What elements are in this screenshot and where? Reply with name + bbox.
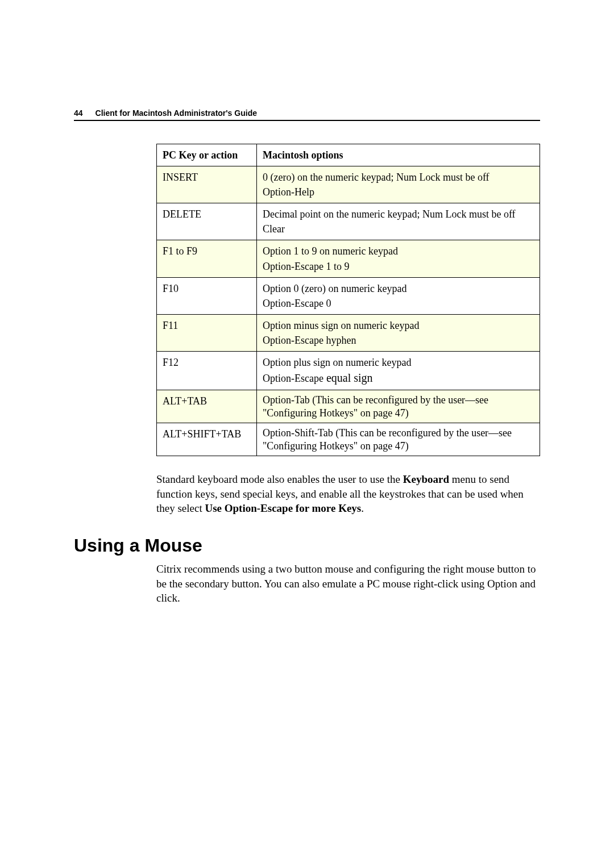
cell-mac-option: Option 1 to 9 on numeric keypad Option-E… [257, 240, 540, 277]
cell-line: Option-Escape 1 to 9 [263, 259, 534, 274]
table-row: F12 Option plus sign on numeric keypad O… [157, 352, 540, 390]
cell-pc-key: F11 [157, 314, 257, 351]
cell-mac-option: Option-Tab (This can be reconfigured by … [257, 390, 540, 423]
table-header-pc-key: PC Key or action [157, 144, 257, 166]
table-row: ALT+SHIFT+TAB Option-Shift-Tab (This can… [157, 423, 540, 456]
cell-pc-key: DELETE [157, 203, 257, 240]
cell-line: 0 (zero) on the numeric keypad; Num Lock… [263, 170, 534, 185]
cell-line: Decimal point on the numeric keypad; Num… [263, 207, 534, 222]
cell-mac-option: Option 0 (zero) on numeric keypad Option… [257, 277, 540, 314]
text-bold: Use Option-Escape for more Keys [205, 502, 361, 514]
cell-line: Option-Escape 0 [263, 296, 534, 311]
cell-pc-key: INSERT [157, 166, 257, 203]
cell-line: Clear [263, 222, 534, 236]
cell-pc-key: F10 [157, 277, 257, 314]
cell-mac-option: Option-Shift-Tab (This can be reconfigur… [257, 423, 540, 456]
cell-text-alt: equal sign [323, 372, 373, 384]
paragraph-mouse: Citrix recommends using a two button mou… [156, 562, 540, 606]
text-bold: Keyboard [403, 473, 449, 485]
header-title: Client for Macintosh Administrator's Gui… [96, 108, 257, 118]
paragraph-keyboard-note: Standard keyboard mode also enables the … [156, 472, 540, 516]
text-run: Standard keyboard mode also enables the … [156, 473, 403, 485]
cell-pc-key: F12 [157, 352, 257, 390]
table-row: DELETE Decimal point on the numeric keyp… [157, 203, 540, 240]
table-row: F10 Option 0 (zero) on numeric keypad Op… [157, 277, 540, 314]
cell-mac-option: Decimal point on the numeric keypad; Num… [257, 203, 540, 240]
table-header-mac-options: Macintosh options [257, 144, 540, 166]
cell-pc-key: ALT+TAB [157, 390, 257, 423]
heading-using-a-mouse: Using a Mouse [74, 535, 540, 556]
table-row: ALT+TAB Option-Tab (This can be reconfig… [157, 390, 540, 423]
cell-line: Option-Help [263, 185, 534, 199]
cell-mac-option: Option plus sign on numeric keypad Optio… [257, 352, 540, 390]
table-row: INSERT 0 (zero) on the numeric keypad; N… [157, 166, 540, 203]
keymap-table: PC Key or action Macintosh options INSER… [156, 144, 540, 456]
table-row: F1 to F9 Option 1 to 9 on numeric keypad… [157, 240, 540, 277]
table-header-row: PC Key or action Macintosh options [157, 144, 540, 166]
cell-line: Option plus sign on numeric keypad [263, 355, 534, 370]
cell-line: Option 1 to 9 on numeric keypad [263, 244, 534, 258]
cell-mac-option: 0 (zero) on the numeric keypad; Num Lock… [257, 166, 540, 203]
cell-line: Option-Escape hyphen [263, 333, 534, 348]
cell-line: Option-Escape equal sign [263, 370, 534, 386]
page-header: 44 Client for Macintosh Administrator's … [74, 108, 540, 121]
content-column: PC Key or action Macintosh options INSER… [156, 144, 540, 516]
cell-pc-key: ALT+SHIFT+TAB [157, 423, 257, 456]
cell-pc-key: F1 to F9 [157, 240, 257, 277]
cell-mac-option: Option minus sign on numeric keypad Opti… [257, 314, 540, 351]
page-number: 44 [74, 108, 83, 118]
content-column: Citrix recommends using a two button mou… [156, 562, 540, 606]
cell-text: Option-Escape [263, 373, 323, 384]
cell-line: Option 0 (zero) on numeric keypad [263, 281, 534, 296]
cell-line: Option minus sign on numeric keypad [263, 318, 534, 333]
table-row: F11 Option minus sign on numeric keypad … [157, 314, 540, 351]
page: 44 Client for Macintosh Administrator's … [0, 0, 614, 868]
text-run: . [361, 502, 364, 514]
